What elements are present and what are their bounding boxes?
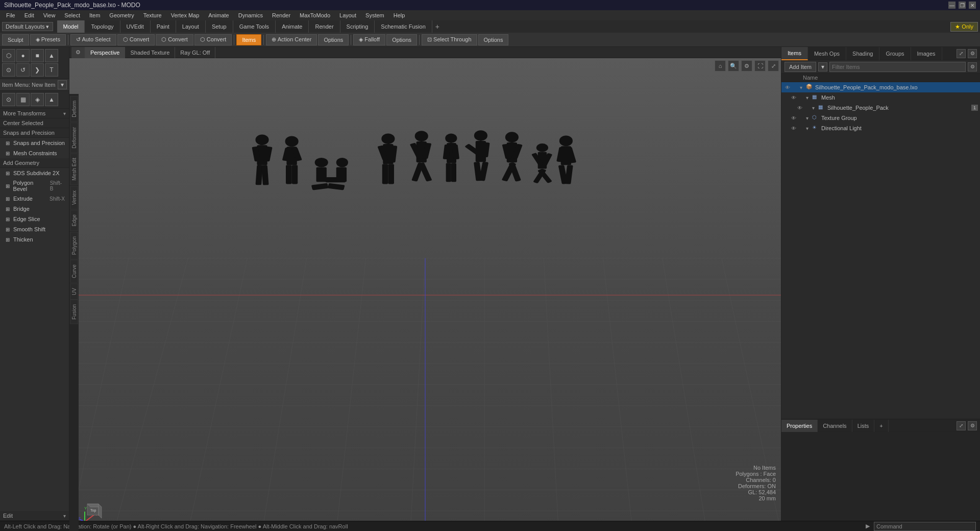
tab-uvedit[interactable]: UVEdit xyxy=(120,20,151,33)
options-button-1[interactable]: Options xyxy=(318,34,349,45)
right-tab-items[interactable]: Items xyxy=(781,47,808,60)
extrude-item[interactable]: ⊞ Extrude Shift-X xyxy=(0,194,69,204)
right-panel-settings-icon[interactable]: ⚙ xyxy=(968,49,977,58)
lt-icon-move[interactable]: ● xyxy=(16,49,30,62)
add-geometry-header[interactable]: Add Geometry xyxy=(0,158,69,168)
tab-animate[interactable]: Animate xyxy=(276,20,309,33)
texture-group-eye-icon[interactable]: 👁 xyxy=(790,114,798,122)
item-menu-dropdown[interactable]: ▾ xyxy=(58,80,67,89)
menu-texture[interactable]: Texture xyxy=(139,11,166,19)
more-transforms-header[interactable]: More Transforms ▾ xyxy=(0,109,69,118)
rb-settings-icon[interactable]: ⚙ xyxy=(968,421,977,430)
vp-search-icon[interactable]: 🔍 xyxy=(728,60,739,71)
snaps-precision-header[interactable]: Snaps and Precision xyxy=(0,128,69,138)
right-panel-expand-icon[interactable]: ⤢ xyxy=(957,49,966,58)
sds-subdivide-item[interactable]: ⊞ SDS Subdivide 2X xyxy=(0,168,69,178)
lt2-icon-diamond[interactable]: ◈ xyxy=(31,93,44,106)
menu-help[interactable]: Help xyxy=(389,11,409,19)
lt-icon-scale[interactable]: ▲ xyxy=(45,49,58,62)
smooth-shift-item[interactable]: ⊞ Smooth Shift xyxy=(0,224,69,234)
side-tab-edge[interactable]: Edge xyxy=(70,210,78,231)
edge-slice-item[interactable]: ⊞ Edge Slice xyxy=(0,214,69,224)
vp-home-icon[interactable]: ⌂ xyxy=(715,60,726,71)
tab-setup[interactable]: Setup xyxy=(206,20,233,33)
select-through-button[interactable]: ⊡ Select Through xyxy=(422,34,477,45)
menu-select[interactable]: Select xyxy=(60,11,84,19)
silhouette-eye-icon[interactable]: 👁 xyxy=(796,104,804,112)
menu-maxtomodo[interactable]: MaxToModo xyxy=(296,11,334,19)
side-tab-polygon[interactable]: Polygon xyxy=(70,232,78,259)
silhouette-expand[interactable]: ▾ xyxy=(812,105,818,111)
falloff-button[interactable]: ◈ Falloff xyxy=(353,34,385,45)
right-tab-mesh-ops[interactable]: Mesh Ops xyxy=(808,47,846,60)
rb-expand-icon[interactable]: ⤢ xyxy=(957,421,966,430)
menu-system[interactable]: System xyxy=(361,11,388,19)
center-viewport[interactable]: ⚙ Perspective Shaded Texture Ray GL: Off xyxy=(69,47,781,521)
options-button-2[interactable]: Options xyxy=(386,34,417,45)
right-tab-images[interactable]: Images xyxy=(911,47,942,60)
tree-item-directional-light[interactable]: 👁 ▾ ☀ Directional Light xyxy=(781,123,980,133)
mesh-parent-expand[interactable]: ▾ xyxy=(806,95,812,101)
mesh-parent-eye-icon[interactable]: 👁 xyxy=(790,93,798,102)
root-expand-icon[interactable]: ▾ xyxy=(800,85,806,90)
menu-animate[interactable]: Animate xyxy=(204,11,233,19)
tab-schematic-fusion[interactable]: Schematic Fusion xyxy=(375,20,432,33)
lt2-icon-grid[interactable]: ▦ xyxy=(16,93,30,106)
lt-icon-rotate[interactable]: ■ xyxy=(31,49,44,62)
action-center-button[interactable]: ⊕ Action Center xyxy=(266,34,317,45)
maximize-button[interactable]: ❐ xyxy=(959,2,966,9)
tab-scripting[interactable]: Scripting xyxy=(340,20,375,33)
tab-topology[interactable]: Topology xyxy=(85,20,120,33)
auto-select-button[interactable]: ↺ Auto Select xyxy=(70,34,116,45)
right-tab-groups[interactable]: Groups xyxy=(879,47,911,60)
center-selected-header[interactable]: Center Selected xyxy=(0,118,69,128)
texture-group-expand[interactable]: ▾ xyxy=(806,115,812,121)
lt-icon-text[interactable]: T xyxy=(45,63,58,77)
presets-button[interactable]: ◈ Presets xyxy=(30,34,66,45)
rb-tab-lists[interactable]: Lists xyxy=(852,420,875,432)
add-item-button[interactable]: Add Item xyxy=(785,62,816,72)
mesh-constraints-item[interactable]: ⊞ Mesh Constraints xyxy=(0,148,69,158)
side-tab-deform[interactable]: Deform xyxy=(70,96,78,122)
tab-model[interactable]: Model xyxy=(57,20,85,33)
viewport-tab-ray-gl[interactable]: Ray GL: Off xyxy=(175,47,215,58)
menu-dynamics[interactable]: Dynamics xyxy=(234,11,267,19)
directional-light-eye-icon[interactable]: 👁 xyxy=(790,124,798,132)
tab-paint[interactable]: Paint xyxy=(151,20,176,33)
add-item-dropdown[interactable]: ▾ xyxy=(818,62,827,71)
side-tab-deformer[interactable]: Deformer xyxy=(70,123,78,153)
lt2-icon-circle[interactable]: ⊙ xyxy=(2,93,15,106)
menu-view[interactable]: View xyxy=(39,11,60,19)
lt-icon-select[interactable]: ⬡ xyxy=(2,49,15,62)
side-tab-curve[interactable]: Curve xyxy=(70,260,78,283)
thicken-item[interactable]: ⊞ Thicken xyxy=(0,234,69,245)
tree-item-silhouette[interactable]: 👁 ▾ ▦ Silhouette_People_Pack 1 xyxy=(781,103,980,113)
polygon-bevel-item[interactable]: ⊞ Polygon Bevel Shift-B xyxy=(0,178,69,194)
items-button[interactable]: Items xyxy=(236,34,261,45)
rb-tab-properties[interactable]: Properties xyxy=(781,420,818,432)
vp-settings-icon[interactable]: ⚙ xyxy=(741,60,752,71)
snaps-precision-item[interactable]: ⊞ Snaps and Precision xyxy=(0,138,69,148)
menu-render[interactable]: Render xyxy=(268,11,295,19)
statusbar-arrow-icon[interactable]: ▶ xyxy=(866,523,870,529)
menu-geometry[interactable]: Geometry xyxy=(105,11,138,19)
root-eye-icon[interactable]: 👁 xyxy=(783,83,792,91)
command-input[interactable]: Command xyxy=(874,522,976,531)
only-button[interactable]: ★ Only xyxy=(950,22,978,32)
options-button-3[interactable]: Options xyxy=(478,34,509,45)
viewport-tab-perspective[interactable]: Perspective xyxy=(85,47,125,58)
tab-game-tools[interactable]: Game Tools xyxy=(233,20,276,33)
side-tab-fusion[interactable]: Fusion xyxy=(70,300,78,324)
directional-light-expand[interactable]: ▾ xyxy=(806,126,812,131)
tree-item-mesh-parent[interactable]: 👁 ▾ ▦ Mesh xyxy=(781,92,980,103)
convert-button-3[interactable]: ⬡ Convert xyxy=(194,34,232,45)
viewport-canvas[interactable]: ⌂ 🔍 ⚙ ⛶ ⤢ No Items Polygons : Face Chann… xyxy=(69,58,781,521)
menu-item[interactable]: Item xyxy=(85,11,104,19)
tab-render[interactable]: Render xyxy=(309,20,340,33)
tab-layout[interactable]: Layout xyxy=(176,20,206,33)
side-tab-vertex[interactable]: Vertex xyxy=(70,186,78,209)
lt-icon-next[interactable]: ❯ xyxy=(31,63,44,77)
lt-icon-undo[interactable]: ↺ xyxy=(16,63,30,77)
filter-items-input[interactable] xyxy=(829,62,966,72)
vp-expand-icon[interactable]: ⛶ xyxy=(754,60,766,71)
